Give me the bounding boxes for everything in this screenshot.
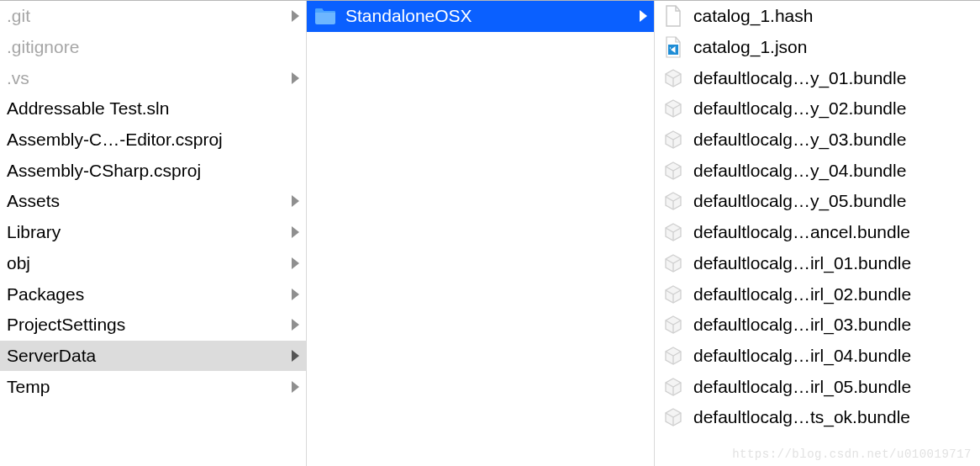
list-item[interactable]: defaultlocalg…ts_ok.bundle — [655, 402, 980, 433]
item-label: Packages — [7, 284, 286, 304]
list-item[interactable]: Addressable Test.sln — [0, 93, 306, 124]
chevron-right-icon — [286, 222, 299, 242]
item-label: catalog_1.hash — [692, 6, 973, 26]
list-item[interactable]: defaultlocalg…y_01.bundle — [655, 62, 980, 93]
chevron-right-icon — [286, 68, 299, 88]
bundle-icon — [661, 283, 685, 305]
file-icon — [661, 5, 685, 27]
list-item[interactable]: defaultlocalg…irl_04.bundle — [655, 341, 980, 372]
item-label: defaultlocalg…y_04.bundle — [692, 161, 973, 181]
item-label: defaultlocalg…irl_01.bundle — [692, 253, 973, 273]
item-label: defaultlocalg…irl_02.bundle — [692, 284, 973, 304]
bundle-icon — [661, 252, 685, 274]
item-label: .vs — [7, 68, 286, 88]
list-item[interactable]: defaultlocalg…irl_01.bundle — [655, 248, 980, 279]
bundle-icon — [661, 190, 685, 212]
finder-columns: .git .gitignore .vs Addressable Test.sln… — [0, 0, 980, 466]
list-item[interactable]: ProjectSettings — [0, 310, 306, 341]
item-label: Assembly-C…-Editor.csproj — [7, 130, 286, 150]
list-item-active[interactable]: ServerData — [0, 341, 306, 372]
list-item[interactable]: .vs — [0, 62, 306, 93]
list-item[interactable]: defaultlocalg…y_02.bundle — [655, 93, 980, 124]
item-label: Temp — [7, 377, 286, 397]
chevron-right-icon — [634, 6, 647, 26]
list-item[interactable]: defaultlocalg…ancel.bundle — [655, 217, 980, 248]
vscode-file-icon — [661, 36, 685, 58]
bundle-icon — [661, 67, 685, 89]
list-item-selected[interactable]: StandaloneOSX — [307, 1, 654, 32]
item-label: Addressable Test.sln — [7, 98, 286, 119]
bundle-icon — [661, 160, 685, 182]
column-1: .git .gitignore .vs Addressable Test.sln… — [0, 1, 307, 466]
folder-icon — [313, 5, 337, 27]
item-label: Library — [7, 222, 286, 242]
item-label: defaultlocalg…irl_04.bundle — [692, 346, 973, 366]
list-item[interactable]: defaultlocalg…y_05.bundle — [655, 186, 980, 217]
list-item[interactable]: Library — [0, 217, 306, 248]
list-item[interactable]: defaultlocalg…irl_02.bundle — [655, 278, 980, 310]
list-item[interactable]: defaultlocalg…irl_05.bundle — [655, 371, 980, 402]
list-item[interactable]: defaultlocalg…y_04.bundle — [655, 155, 980, 186]
list-item[interactable]: defaultlocalg…y_03.bundle — [655, 124, 980, 156]
column-3: catalog_1.hash catalog_1.json defaultloc… — [655, 1, 980, 466]
item-label: obj — [7, 253, 286, 273]
list-item[interactable]: Assembly-C…-Editor.csproj — [0, 124, 306, 156]
bundle-icon — [661, 376, 685, 398]
bundle-icon — [661, 314, 685, 336]
item-label: Assets — [7, 191, 286, 211]
bundle-icon — [661, 406, 685, 428]
chevron-right-icon — [286, 253, 299, 273]
bundle-icon — [661, 129, 685, 151]
chevron-right-icon — [286, 191, 299, 211]
item-label: .git — [7, 6, 286, 26]
item-label: catalog_1.json — [692, 37, 973, 57]
list-item[interactable]: catalog_1.hash — [655, 1, 980, 32]
bundle-icon — [661, 221, 685, 243]
bundle-icon — [661, 98, 685, 119]
list-item[interactable]: Assembly-CSharp.csproj — [0, 155, 306, 186]
item-label: defaultlocalg…y_05.bundle — [692, 191, 973, 211]
chevron-right-icon — [286, 315, 299, 335]
bundle-icon — [661, 345, 685, 367]
list-item[interactable]: catalog_1.json — [655, 32, 980, 63]
list-item[interactable]: Packages — [0, 278, 306, 310]
item-label: defaultlocalg…irl_03.bundle — [692, 315, 973, 335]
item-label: ProjectSettings — [7, 315, 286, 335]
list-item[interactable]: .gitignore — [0, 32, 306, 63]
item-label: defaultlocalg…ts_ok.bundle — [692, 407, 973, 427]
column-2: StandaloneOSX — [307, 1, 655, 466]
list-item[interactable]: Assets — [0, 186, 306, 217]
item-label: .gitignore — [7, 37, 286, 57]
list-item[interactable]: obj — [0, 248, 306, 279]
chevron-right-icon — [286, 284, 299, 304]
list-item[interactable]: .git — [0, 1, 306, 32]
item-label: ServerData — [7, 346, 286, 366]
item-label: defaultlocalg…y_02.bundle — [692, 98, 973, 119]
item-label: Assembly-CSharp.csproj — [7, 161, 286, 181]
item-label: defaultlocalg…y_01.bundle — [692, 68, 973, 88]
chevron-right-icon — [286, 377, 299, 397]
list-item[interactable]: defaultlocalg…irl_03.bundle — [655, 310, 980, 341]
list-item[interactable]: Temp — [0, 371, 306, 402]
item-label: StandaloneOSX — [344, 6, 634, 26]
item-label: defaultlocalg…irl_05.bundle — [692, 377, 973, 397]
chevron-right-icon — [286, 6, 299, 26]
chevron-right-icon — [286, 346, 299, 366]
watermark-text: https://blog.csdn.net/u010019717 — [732, 447, 972, 461]
item-label: defaultlocalg…y_03.bundle — [692, 130, 973, 150]
item-label: defaultlocalg…ancel.bundle — [692, 222, 973, 242]
